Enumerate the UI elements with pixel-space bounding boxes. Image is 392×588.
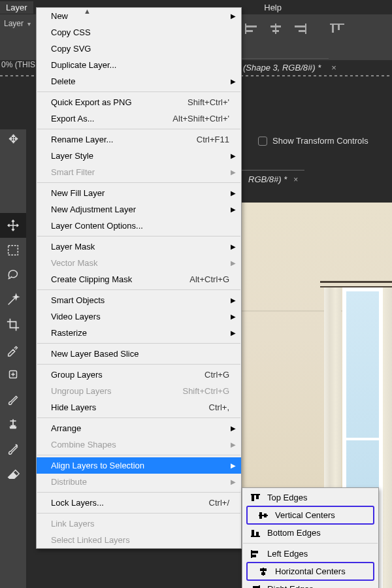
- menu-item-label: New Fill Layer: [51, 188, 236, 198]
- menu-item-label: Smart Objects: [51, 295, 236, 305]
- menu-item-copy-svg[interactable]: Copy SVG: [37, 41, 241, 57]
- menu-separator: [37, 182, 240, 183]
- crop-tool[interactable]: [0, 312, 26, 337]
- healing-brush-tool[interactable]: [0, 362, 26, 387]
- menu-separator: [37, 513, 240, 514]
- align-vertical-centers-highlight: Vertical Centers: [246, 506, 374, 525]
- menu-item-shortcut: Ctrl+/: [209, 498, 236, 508]
- align-top-edges[interactable]: Top Edges: [242, 489, 378, 506]
- svg-rect-0: [8, 246, 18, 255]
- menu-item-new[interactable]: New▶: [37, 8, 241, 24]
- marquee-tool[interactable]: [0, 238, 26, 263]
- menu-item-select-linked-layers: Select Linked Layers: [37, 532, 241, 548]
- menu-item-label: Vector Mask: [51, 258, 236, 268]
- menu-item-layer-mask[interactable]: Layer Mask▶: [37, 238, 241, 255]
- submenu-arrow-icon: ▶: [231, 425, 236, 432]
- menu-item-new-fill-layer[interactable]: New Fill Layer▶: [37, 185, 241, 201]
- menu-item-label: Video Layers: [51, 312, 236, 321]
- menu-item-label: Layer Style: [51, 151, 236, 161]
- document-tab-2[interactable]: RGB/8#) * ×: [242, 170, 304, 188]
- menu-item-label: Smart Filter: [51, 167, 236, 177]
- menu-help[interactable]: Help: [258, 1, 287, 14]
- submenu-item-label: Horizontal Centers: [275, 566, 346, 576]
- menu-separator: [37, 129, 240, 129]
- menu-item-hide-layers[interactable]: Hide LayersCtrl+,: [37, 399, 241, 416]
- menu-item-new-adjustment-layer[interactable]: New Adjustment Layer▶: [37, 201, 241, 218]
- menu-item-shortcut: Ctrl+G: [204, 370, 236, 380]
- align-right-icon[interactable]: [292, 24, 308, 34]
- menu-item-label: New: [51, 11, 236, 21]
- menu-item-layer-content-options[interactable]: Layer Content Options...: [37, 218, 241, 234]
- menu-item-new-layer-based-slice[interactable]: New Layer Based Slice: [37, 346, 241, 362]
- menu-item-label: Rasterize: [51, 328, 236, 338]
- menu-layer[interactable]: Layer: [0, 1, 33, 14]
- align-right-edges[interactable]: Right Edges: [242, 581, 378, 588]
- submenu-item-label: Right Edges: [267, 584, 314, 588]
- checkbox-icon[interactable]: [258, 137, 267, 146]
- menu-item-rename-layer[interactable]: Rename Layer...Ctrl+F11: [37, 131, 241, 148]
- menu-item-delete[interactable]: Delete▶: [37, 73, 241, 90]
- lasso-tool[interactable]: [0, 263, 26, 287]
- menu-item-quick-export-as-png[interactable]: Quick Export as PNGShift+Ctrl+': [37, 94, 241, 110]
- align-hcenter-icon[interactable]: [269, 24, 284, 34]
- align-horizontal-centers-icon: [257, 568, 270, 576]
- align-top-edges-icon: [249, 494, 262, 502]
- show-transform-controls[interactable]: Show Transform Controls: [258, 136, 368, 146]
- menu-item-layer-style[interactable]: Layer Style▶: [37, 148, 241, 164]
- menu-item-shortcut: Shift+Ctrl+G: [182, 386, 236, 396]
- menu-item-group-layers[interactable]: Group LayersCtrl+G: [37, 367, 241, 383]
- show-transform-label: Show Transform Controls: [272, 136, 368, 146]
- menu-item-shortcut: Ctrl+,: [209, 402, 236, 412]
- menu-item-align-layers-to-selection[interactable]: Align Layers to Selection▶: [37, 457, 241, 474]
- menu-item-video-layers[interactable]: Video Layers▶: [37, 308, 241, 325]
- align-left-edges[interactable]: Left Edges: [242, 546, 378, 562]
- submenu-arrow-icon: ▶: [231, 441, 236, 448]
- menu-separator: [37, 343, 240, 344]
- menu-item-label: Ungroup Layers: [51, 386, 182, 396]
- document-tab-2-label: RGB/8#) *: [248, 174, 287, 184]
- align-bottom-edges-icon: [249, 529, 262, 537]
- align-vertical-centers[interactable]: Vertical Centers: [250, 507, 370, 523]
- align-top-icon[interactable]: [330, 24, 346, 34]
- submenu-arrow-icon: ▶: [231, 313, 236, 320]
- submenu-arrow-icon: ▶: [231, 12, 236, 20]
- close-document-icon[interactable]: ×: [293, 175, 298, 184]
- menu-item-copy-css[interactable]: Copy CSS: [37, 24, 241, 41]
- menu-item-link-layers: Link Layers: [37, 515, 241, 532]
- menu-item-duplicate-layer[interactable]: Duplicate Layer...: [37, 57, 241, 73]
- submenu-item-label: Left Edges: [267, 549, 308, 559]
- eraser-tool[interactable]: [0, 461, 26, 486]
- menu-item-lock-layers[interactable]: Lock Layers...Ctrl+/: [37, 495, 241, 511]
- submenu-arrow-icon: ▶: [231, 78, 236, 85]
- menu-item-shortcut: Shift+Ctrl+': [188, 97, 236, 107]
- menu-item-create-clipping-mask[interactable]: Create Clipping MaskAlt+Ctrl+G: [37, 271, 241, 287]
- submenu-arrow-icon: ▶: [231, 169, 236, 176]
- align-left-icon[interactable]: [245, 24, 261, 34]
- clone-stamp-tool[interactable]: [0, 412, 26, 436]
- menu-item-label: Create Clipping Mask: [51, 274, 189, 284]
- eyedropper-tool[interactable]: [0, 337, 26, 362]
- menu-item-label: Lock Layers...: [51, 498, 209, 508]
- move-tool-small[interactable]: ✥: [8, 132, 18, 146]
- submenu-item-label: Top Edges: [267, 493, 307, 502]
- menu-item-label: Quick Export as PNG: [51, 97, 188, 107]
- menu-item-label: Rename Layer...: [51, 135, 197, 144]
- menu-item-ungroup-layers: Ungroup LayersShift+Ctrl+G: [37, 383, 241, 399]
- align-bottom-edges[interactable]: Bottom Edges: [242, 525, 378, 541]
- menu-item-smart-objects[interactable]: Smart Objects▶: [37, 292, 241, 308]
- submenu-arrow-icon: ▶: [231, 462, 236, 469]
- align-horizontal-centers[interactable]: Horizontal Centers: [250, 563, 370, 580]
- menu-item-rasterize[interactable]: Rasterize▶: [37, 325, 241, 341]
- move-tool[interactable]: [0, 213, 26, 238]
- menu-item-export-as[interactable]: Export As...Alt+Shift+Ctrl+': [37, 110, 241, 127]
- brush-tool[interactable]: [0, 387, 26, 412]
- document-tab-1[interactable]: (Shape 3, RGB/8#) *: [235, 58, 329, 76]
- chevron-down-icon[interactable]: ▾: [27, 20, 31, 27]
- menu-item-label: New Adjustment Layer: [51, 204, 236, 214]
- history-brush-tool[interactable]: [0, 436, 26, 461]
- submenu-arrow-icon: ▶: [231, 206, 236, 213]
- menu-item-arrange[interactable]: Arrange▶: [37, 420, 241, 436]
- align-vertical-centers-icon: [257, 512, 270, 519]
- close-document-icon[interactable]: ×: [331, 63, 336, 73]
- magic-wand-tool[interactable]: [0, 287, 26, 312]
